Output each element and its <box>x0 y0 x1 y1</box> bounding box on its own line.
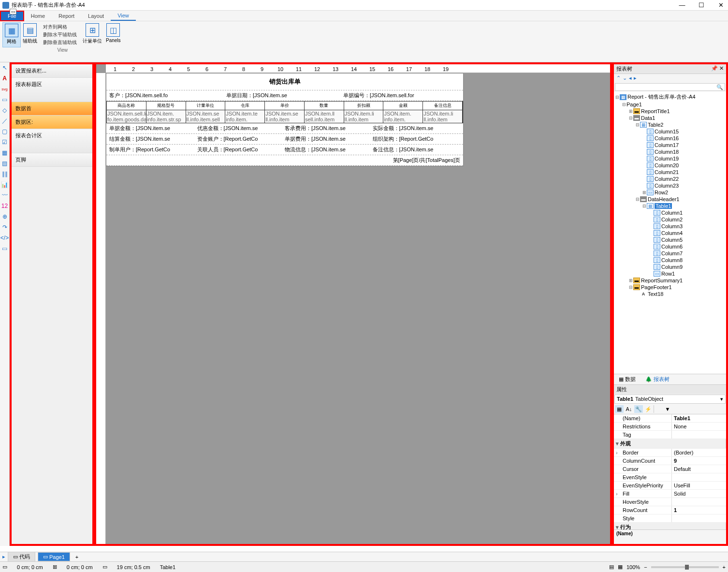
prop-row[interactable]: Tag <box>614 431 726 439</box>
zoom-out-button[interactable]: − <box>644 564 647 570</box>
doc-row-amount[interactable]: 单据金额：[JSON.item.se 优惠金额：[JSON.item.se 客承… <box>106 123 463 134</box>
tree-column4[interactable]: Column4 <box>661 230 683 236</box>
ribbon-del-hguide[interactable]: 删除水平辅助线 <box>42 31 78 39</box>
props-grid[interactable]: (Name)Table1RestrictionsNoneTag外观›Border… <box>614 414 726 529</box>
doc-row-customer[interactable]: 客户：[JSON.item.sell.fo 单据日期：[JSON.item.se… <box>106 90 463 101</box>
menu-home[interactable]: Home <box>24 12 52 20</box>
menu-view[interactable]: View <box>111 11 136 21</box>
prop-row[interactable]: ›Border(Border) <box>614 449 726 457</box>
props-wrench-icon[interactable]: 🔧 <box>634 405 643 413</box>
tab-data[interactable]: ▦数据 <box>614 374 641 384</box>
prop-row[interactable]: RowCount1 <box>614 506 726 514</box>
tree-column6[interactable]: Column6 <box>661 244 683 249</box>
tree-column18[interactable]: Column18 <box>655 149 679 155</box>
tree-column19[interactable]: Column19 <box>655 156 679 161</box>
tree-root[interactable]: Report - 销售出库单-含价-A4 <box>627 93 696 101</box>
tree-column22[interactable]: Column22 <box>655 176 679 182</box>
prop-row[interactable]: EvenStylePriorityUseFill <box>614 482 726 490</box>
tree-column15[interactable]: Column15 <box>655 129 679 134</box>
zoom-in-button[interactable]: + <box>723 564 726 570</box>
ribbon-del-vguide[interactable]: 删除垂直辅助线 <box>42 39 78 46</box>
tool-arrow-icon[interactable]: ↷ <box>1 223 9 231</box>
tree-column8[interactable]: Column8 <box>661 257 683 263</box>
tree-reporttitle1[interactable]: ReportTitle1 <box>641 108 670 114</box>
tool-check-icon[interactable]: ☑ <box>1 138 9 146</box>
tree-close-icon[interactable]: ✕ <box>719 65 724 71</box>
tree-column17[interactable]: Column17 <box>655 142 679 148</box>
tree-column2[interactable]: Column2 <box>661 217 683 222</box>
tree-column20[interactable]: Column20 <box>655 162 679 168</box>
tree-column21[interactable]: Column21 <box>655 169 679 175</box>
props-events-icon[interactable]: ⚡ <box>644 405 653 413</box>
minimize-button[interactable]: — <box>677 1 687 9</box>
tool-code-icon[interactable]: </> <box>1 234 9 242</box>
tool-line-icon[interactable]: ／ <box>1 117 9 125</box>
doc-row-user[interactable]: 制单用户：[Report.GetCo 关联人员：[Report.GetCo 物流… <box>106 145 463 155</box>
prop-row[interactable]: HoverStyle <box>614 498 726 506</box>
props-az-icon[interactable]: A↓ <box>625 405 633 413</box>
prop-row[interactable]: EvenStyle <box>614 473 726 482</box>
lp-title-area[interactable]: 报表标题区 <box>12 78 92 102</box>
tree-text18[interactable]: Text18 <box>648 291 663 297</box>
nav-left-icon[interactable]: ◂ <box>629 75 632 81</box>
tool-barcode-icon[interactable]: ∥∥ <box>1 170 9 178</box>
tool-text-icon[interactable]: A <box>1 74 9 82</box>
tree-column7[interactable]: Column7 <box>661 250 683 256</box>
tree-pagefooter1[interactable]: PageFooter1 <box>641 284 672 290</box>
menu-layout[interactable]: Layout <box>81 12 111 20</box>
dropdown-icon[interactable]: ▾ <box>720 396 723 402</box>
report-page[interactable]: 销货出库单 客户：[JSON.item.sell.fo 单据日期：[JSON.i… <box>106 73 464 166</box>
tree-column1[interactable]: Column1 <box>661 210 683 216</box>
tree-reportsummary1[interactable]: ReportSummary1 <box>641 278 683 283</box>
maximize-button[interactable]: ☐ <box>697 1 706 9</box>
nav-up-icon[interactable]: ⌃ <box>616 75 621 81</box>
tab-page1[interactable]: ▭Page1 <box>38 552 70 561</box>
tree-column23[interactable]: Column23 <box>655 183 679 189</box>
ribbon-units-button[interactable]: ⊞ 计量单位 <box>81 22 104 47</box>
tool-image-icon[interactable]: ▭ <box>1 96 9 103</box>
tree-page1[interactable]: Page1 <box>626 102 642 107</box>
tool-globe-icon[interactable]: ⊕ <box>1 213 9 220</box>
prop-row[interactable]: RestrictionsNone <box>614 423 726 431</box>
prop-row[interactable]: Style <box>614 514 726 523</box>
status-view1-icon[interactable]: ▤ <box>609 564 614 570</box>
tab-add[interactable]: + <box>73 554 81 560</box>
tool-matrix-icon[interactable]: ▤ <box>1 160 9 167</box>
doc-row-settle[interactable]: 结算金额：[JSON.item.se 资金账户：[Report.GetCo 单据… <box>106 134 463 145</box>
tool-number-icon[interactable]: 12 <box>1 202 9 210</box>
prop-row[interactable]: 行为 <box>614 523 726 529</box>
tree-dataheader1[interactable]: DataHeader1 <box>648 196 679 202</box>
props-cat-icon[interactable]: ▦ <box>615 405 624 413</box>
tree-column5[interactable]: Column5 <box>661 237 683 243</box>
tool-chart-icon[interactable]: 📊 <box>1 181 9 189</box>
report-tree[interactable]: ⊟▦Report - 销售出库单-含价-A4 ⊟▭Page1 ⊞▬ReportT… <box>614 92 726 374</box>
tree-table2[interactable]: Table2 <box>648 122 663 128</box>
design-canvas[interactable]: 12345678910111213141516171819 销货出库单 客户：[… <box>94 62 612 546</box>
tool-table-icon[interactable]: ▦ <box>1 149 9 157</box>
tool-shape-icon[interactable]: ◇ <box>1 106 9 114</box>
tree-pin-icon[interactable]: 📌 <box>711 65 718 71</box>
lp-sum-area[interactable]: 报表合计区 <box>12 129 92 153</box>
lp-set-columns[interactable]: 设置报表栏... <box>12 64 92 78</box>
tool-zigzag-icon[interactable]: 〰 <box>1 191 9 199</box>
tree-row2[interactable]: Row2 <box>655 190 668 195</box>
tree-table1[interactable]: Table1 <box>655 203 672 209</box>
bottom-left-icon[interactable]: ▸ <box>2 554 5 560</box>
tree-column3[interactable]: Column3 <box>661 223 683 229</box>
tool-box-icon[interactable]: ▭ <box>1 245 9 252</box>
tree-column9[interactable]: Column9 <box>661 264 683 270</box>
status-view2-icon[interactable]: ▦ <box>618 564 623 570</box>
ribbon-align-grid[interactable]: 对齐到网格 <box>42 23 78 31</box>
close-button[interactable]: ✕ <box>716 1 726 9</box>
tree-row1[interactable]: Row1 <box>661 271 675 277</box>
tree-search-input[interactable]: 🔍 <box>615 83 725 91</box>
tool-label-icon[interactable]: ▢ <box>1 128 9 135</box>
tab-code[interactable]: ▭代码 <box>8 552 35 562</box>
ribbon-guides-button[interactable]: ▤ 辅助线 <box>21 22 39 47</box>
prop-row[interactable]: CursorDefault <box>614 465 726 473</box>
menu-report[interactable]: Report <box>52 12 81 20</box>
lp-data-area[interactable]: 数据区: <box>12 116 92 129</box>
prop-row[interactable]: 外观 <box>614 439 726 449</box>
props-filter-icon[interactable]: ▼ <box>663 405 672 413</box>
prop-row[interactable]: ColumnCount9 <box>614 457 726 465</box>
